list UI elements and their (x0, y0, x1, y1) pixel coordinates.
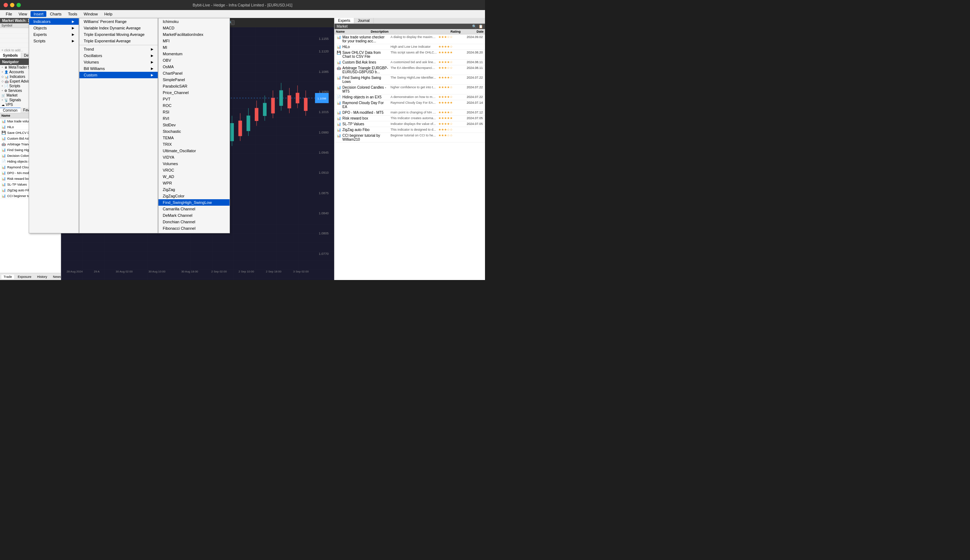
rp-list-item[interactable]: 📊 Max trade volume checker for your trad… (334, 35, 485, 44)
insert-scripts[interactable]: Scripts ▶ (29, 38, 79, 44)
rp-list-item[interactable]: 📊 ZigZag auto Fibo This indicator is des… (334, 127, 485, 133)
insert-objects[interactable]: Objects ▶ (29, 25, 79, 31)
close-button[interactable] (3, 3, 8, 7)
cust-ultimate-osc[interactable]: Ultimate_Oscillator (159, 148, 229, 154)
cust-simplepanel[interactable]: SimplePanel (159, 77, 229, 83)
cust-zigzag[interactable]: ZigZag (159, 186, 229, 193)
rp-tab-journal[interactable]: Journal (354, 18, 374, 23)
minimize-button[interactable] (10, 3, 14, 7)
rp-search-icon[interactable]: 🔍 (472, 24, 477, 28)
btab-trade[interactable]: Trade (2, 275, 14, 279)
ind-tema[interactable]: Triple Exponential Moving Average (79, 31, 158, 38)
cust-w-ad[interactable]: W_AD (159, 173, 229, 180)
rp-list-item[interactable]: 📊 Risk reward box This Indicator creates… (334, 116, 485, 121)
rp-tab-experts[interactable]: Experts (334, 18, 354, 23)
rp-content: Name Description Rating Date 📊 Max trade… (334, 29, 485, 280)
menu-view[interactable]: View (16, 11, 30, 17)
ind-custom[interactable]: Custom ▶ (79, 72, 158, 78)
cust-donchian[interactable]: Donchian Channel (159, 218, 229, 225)
cust-ichimoku[interactable]: Ichimoku (159, 18, 229, 25)
menu-window[interactable]: Window (81, 11, 100, 17)
cust-mfi-index[interactable]: MarketFacilitationIndex (159, 31, 229, 38)
svg-text:29 A: 29 A (94, 270, 100, 273)
menu-tools[interactable]: Tools (65, 11, 80, 17)
rp-list-item[interactable]: 📊 HiLo High and Low Line Indicator ★★★★☆ (334, 44, 485, 50)
ind-williams-percent[interactable]: Williams' Percent Range (79, 18, 158, 25)
window-controls[interactable] (3, 3, 21, 7)
svg-text:30 Aug 02:00: 30 Aug 02:00 (116, 270, 133, 273)
cust-roc[interactable]: ROC (159, 102, 229, 109)
svg-text:1.0945: 1.0945 (319, 151, 329, 154)
right-panel: Experts Journal Market 🔍 📋 Name Descript… (334, 18, 485, 280)
rp-list-item[interactable]: 📊 DPO - MA modified - MT5 main point is … (334, 110, 485, 116)
cust-camarilla[interactable]: Camarilla Channel (159, 206, 229, 212)
titlebar: Bybit-Live - Hedge - Infra Capital Limit… (0, 0, 485, 10)
ind-volumes[interactable]: Volumes ▶ (79, 59, 158, 65)
menu-file[interactable]: File (3, 11, 15, 17)
menubar: File View Insert Charts Tools Window Hel… (0, 10, 485, 18)
cust-rvi[interactable]: RVI (159, 115, 229, 122)
btab-history[interactable]: History (35, 275, 49, 279)
cust-find-swing[interactable]: Find_SwingHigh_SwingLow (159, 199, 229, 206)
indicators-submenu: Williams' Percent Range Variable Index D… (79, 18, 158, 233)
cust-rsi[interactable]: RSI (159, 109, 229, 115)
svg-text:1.1015: 1.1015 (319, 110, 329, 114)
insert-menu: Indicators ▶ Objects ▶ Experts ▶ Scripts… (29, 18, 79, 233)
custom-submenu: Ichimoku MACD MarketFacilitationIndex MF… (158, 18, 230, 233)
svg-text:1.1098: 1.1098 (318, 97, 326, 100)
rp-header-row: Name Description Rating Date (334, 29, 485, 35)
rp-list-item[interactable]: 🤖 Arbitrage Triangle EURGBP-EURUSD-GBPUS… (334, 65, 485, 75)
cust-tema[interactable]: TEMA (159, 135, 229, 141)
cust-macd[interactable]: MACD (159, 25, 229, 31)
cust-price-channel[interactable]: Price_Channel (159, 89, 229, 96)
cust-trix[interactable]: TRIX (159, 141, 229, 148)
rp-list-item[interactable]: 📊 Custom Bid Ask lines A customized bid … (334, 60, 485, 65)
rp-list-item[interactable]: 📊 Decision Colored Candles - MT5 higher … (334, 85, 485, 94)
cust-fibonacci[interactable]: Fibonacci Channel (159, 225, 229, 232)
svg-text:2 Sep 18:00: 2 Sep 18:00 (266, 270, 282, 273)
window-title: Bybit-Live - Hedge - Infra Capital Limit… (192, 3, 293, 7)
rp-list-item[interactable]: 📊 Raymond Cloudy Day For EA Raymond Clou… (334, 100, 485, 110)
cust-vidya[interactable]: VIDYA (159, 154, 229, 160)
cust-chartpanel[interactable]: ChartPanel (159, 70, 229, 77)
ind-oscillators[interactable]: Oscillators ▶ (79, 52, 158, 59)
cust-mfi[interactable]: MFI (159, 38, 229, 44)
cust-demark[interactable]: DeMark Channel (159, 212, 229, 218)
cust-zigzagcolor[interactable]: ZigZagColor (159, 193, 229, 199)
menu-insert[interactable]: Insert (30, 11, 46, 17)
menu-charts[interactable]: Charts (47, 11, 64, 17)
cust-wpr[interactable]: WPR (159, 180, 229, 186)
common-tab[interactable]: Common (0, 108, 20, 113)
ind-trend[interactable]: Trend ▶ (79, 46, 158, 52)
cust-obv[interactable]: OBV (159, 57, 229, 63)
btab-exposure[interactable]: Exposure (15, 275, 33, 279)
svg-text:2 Sep 10:00: 2 Sep 10:00 (239, 270, 254, 273)
rp-list-item[interactable]: 💾 Save OHLCV Data from Chart to CSV File… (334, 50, 485, 60)
rp-list-item[interactable]: 📄 Hiding objects in an EX5 A demonstrati… (334, 94, 485, 100)
svg-text:1.0805: 1.0805 (319, 232, 329, 235)
insert-experts[interactable]: Experts ▶ (29, 31, 79, 38)
rp-filter-icon[interactable]: 📋 (478, 24, 483, 28)
cust-stochastic[interactable]: Stochastic (159, 128, 229, 135)
btab-news[interactable]: News (51, 275, 61, 279)
rp-title: Market 🔍 📋 (334, 24, 485, 29)
cust-osma[interactable]: OsMA (159, 63, 229, 70)
cust-stddev[interactable]: StdDev (159, 122, 229, 128)
cust-keltner[interactable]: Keltner Channel (159, 232, 229, 233)
tab-symbols[interactable]: Symbols (0, 53, 21, 58)
rp-list-item[interactable]: 📊 SL-TP Values Indicator displays the va… (334, 121, 485, 127)
cust-momentum[interactable]: Momentum (159, 51, 229, 57)
insert-indicators[interactable]: Indicators ▶ (29, 18, 79, 25)
rp-list-item[interactable]: 📊 Find Swing Highs Swing Lows The Swing … (334, 75, 485, 85)
ind-vida[interactable]: Variable Index Dynamic Average (79, 25, 158, 31)
maximize-button[interactable] (17, 3, 21, 7)
ind-bill-williams[interactable]: Bill Williams ▶ (79, 65, 158, 72)
ind-tea[interactable]: Triple Exponential Average (79, 38, 158, 44)
menu-help[interactable]: Help (101, 11, 115, 17)
cust-pvt[interactable]: PVT (159, 96, 229, 102)
cust-volumes[interactable]: Volumes (159, 160, 229, 167)
cust-vroc[interactable]: VROC (159, 167, 229, 173)
cust-parabolicsar[interactable]: ParabolicSAR (159, 83, 229, 89)
cust-mi[interactable]: MI (159, 44, 229, 51)
rp-list-item[interactable]: 📊 CCI beginner tutorial by William210 Be… (334, 133, 485, 143)
